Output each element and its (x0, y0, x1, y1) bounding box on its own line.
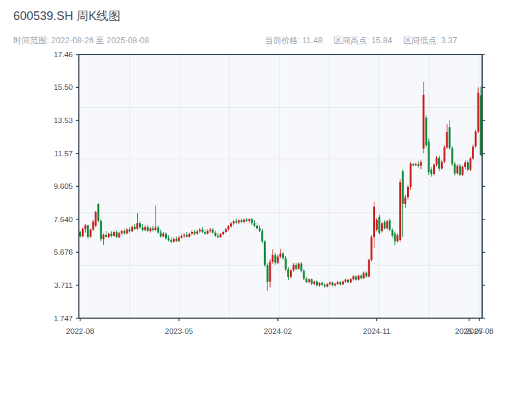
candle-body (267, 265, 269, 282)
candle-body (389, 220, 391, 230)
candle-body (412, 164, 414, 166)
candle-body (248, 219, 250, 221)
candle-body (272, 255, 274, 262)
candle-body (452, 148, 454, 164)
candle-body (329, 283, 331, 285)
candle-body (327, 284, 329, 287)
candle-body (116, 232, 118, 237)
candle-body (459, 166, 461, 174)
candle-body (233, 221, 235, 223)
candle-body (428, 142, 430, 172)
candle-body (303, 271, 305, 279)
candle-body (407, 187, 409, 198)
candle-body (212, 229, 214, 232)
candle-body (373, 207, 375, 237)
candle-body (363, 273, 365, 278)
candle-body (110, 233, 112, 235)
candle-body (79, 231, 81, 236)
candle-body (147, 227, 149, 231)
x-tick-label: 2024-11 (363, 327, 390, 335)
y-tick-label: 3.711 (55, 281, 73, 289)
candle-body (462, 167, 464, 175)
x-tick-label: 2023-05 (165, 327, 193, 335)
candle-body (438, 158, 440, 168)
candle-body (126, 229, 128, 233)
candle-body (365, 273, 367, 277)
candle-body (376, 220, 378, 230)
candle-body (219, 234, 221, 237)
candle-body (360, 276, 362, 279)
plot-area (79, 55, 483, 319)
candle-body (134, 227, 136, 229)
candle-body (178, 237, 180, 241)
candle-body (191, 232, 193, 234)
candle-body (313, 281, 315, 283)
candle-body (430, 170, 432, 174)
candle-body (188, 233, 190, 237)
x-tick-label: 2024-02 (264, 327, 292, 335)
candle-body (131, 227, 133, 231)
candle-body (274, 255, 276, 263)
kline-page: 600539.SH 周K线图 时间范围: 2022-08-26 至 2025-0… (0, 0, 532, 399)
candle-body (321, 283, 323, 285)
candle-body (207, 231, 209, 233)
candle-body (170, 240, 172, 242)
candle-body (100, 221, 102, 239)
candle-body (295, 265, 297, 269)
candle-body (259, 228, 261, 231)
candle-body (378, 217, 380, 233)
candle-body (319, 283, 321, 286)
candle-body (386, 221, 388, 229)
candle-body (334, 284, 336, 286)
candle-body (124, 231, 126, 233)
candle-body (342, 281, 344, 284)
candle-body (176, 239, 178, 241)
candle-body (415, 164, 417, 166)
candle-body (238, 220, 240, 222)
candle-body (87, 225, 89, 237)
candle-body (441, 162, 443, 169)
candle-body (82, 229, 84, 237)
candle-body (305, 279, 307, 282)
candle-body (165, 233, 167, 238)
candle-body (350, 279, 352, 283)
candle-body (436, 158, 438, 164)
candle-body (162, 233, 164, 236)
candle-body (225, 229, 227, 232)
candle-body (368, 260, 370, 277)
candle-body (410, 164, 412, 187)
y-tick-label: 11.57 (55, 150, 73, 158)
y-tick-label: 13.53 (54, 116, 73, 124)
candle-body (298, 263, 300, 269)
candle-body (444, 148, 446, 162)
y-tick-label: 17.46 (54, 51, 73, 59)
y-tick-label: 9.605 (54, 182, 73, 190)
candle-body (358, 276, 360, 280)
candle-body (142, 227, 144, 230)
candle-body (245, 219, 247, 221)
candle-body (339, 282, 341, 285)
candle-body (301, 263, 303, 271)
candle-body (347, 280, 349, 283)
candle-body (253, 223, 255, 225)
candle-body (105, 235, 107, 237)
candle-body (154, 227, 156, 230)
candle-body (84, 225, 86, 229)
candle-body (160, 233, 162, 237)
candle-body (396, 235, 398, 241)
candle-body (251, 219, 253, 223)
candle-body (256, 226, 258, 229)
candle-body (118, 233, 120, 237)
candle-body (194, 232, 196, 234)
candle-body (184, 235, 186, 236)
candle-body (128, 229, 130, 231)
candle-body (227, 226, 229, 229)
candle-body (308, 279, 310, 282)
candle-body (222, 232, 224, 234)
candle-body (241, 220, 243, 222)
candle-body (269, 262, 271, 282)
candle-body (113, 232, 115, 236)
candle-body (97, 204, 99, 221)
candle-body (150, 228, 152, 231)
candle-body (261, 231, 263, 241)
